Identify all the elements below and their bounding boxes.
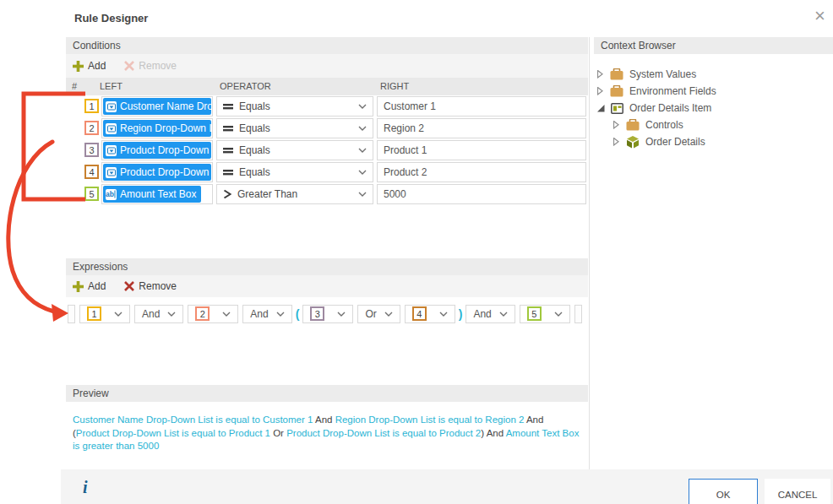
operator-label: Greater Than bbox=[237, 188, 358, 200]
equals-icon bbox=[223, 124, 233, 133]
condition-left-field[interactable]: Product Drop-Down List bbox=[101, 162, 213, 182]
dropdown-icon bbox=[106, 145, 117, 156]
condition-right-input[interactable]: Product 1 bbox=[377, 140, 586, 160]
control-chip[interactable]: Product Drop-Down List bbox=[103, 142, 211, 159]
chevron-down-icon bbox=[439, 312, 448, 317]
chevron-down-icon bbox=[358, 192, 367, 197]
control-chip-label: Amount Text Box bbox=[120, 188, 197, 200]
chevron-down-icon bbox=[499, 312, 508, 317]
control-chip[interactable]: Product Drop-Down List bbox=[103, 164, 211, 181]
preview-segment: Or bbox=[270, 428, 286, 438]
tree-item-order-details-item[interactable]: Order Details Item bbox=[594, 100, 830, 117]
chevron-down-icon bbox=[276, 312, 285, 317]
control-chip[interactable]: Region Drop-Down List bbox=[103, 120, 211, 137]
add-expression-label: Add bbox=[88, 280, 106, 292]
operator-select[interactable]: Equals bbox=[216, 162, 373, 182]
control-chip-label: Product Drop-Down List bbox=[120, 166, 211, 178]
control-chip-label: Product Drop-Down List bbox=[120, 144, 211, 156]
cube-icon bbox=[625, 136, 640, 149]
collapse-arrow-icon[interactable] bbox=[597, 105, 607, 112]
operator-select[interactable]: Equals bbox=[216, 96, 373, 117]
remove-icon bbox=[124, 281, 134, 291]
tree-item-label: System Values bbox=[629, 68, 696, 80]
conditions-table-header: # LEFT OPERATOR RIGHT bbox=[66, 78, 588, 95]
equals-icon bbox=[223, 146, 233, 154]
briefcase-icon bbox=[609, 85, 624, 97]
expression-condition-select[interactable]: 3 bbox=[302, 305, 353, 323]
chevron-down-icon bbox=[358, 104, 367, 109]
logic-operator-select[interactable]: Or bbox=[357, 305, 400, 323]
equals-icon bbox=[223, 168, 233, 176]
tree-item-order-details[interactable]: Order Details bbox=[594, 133, 830, 150]
condition-row: 4Product Drop-Down ListEqualsProduct 2 bbox=[66, 162, 588, 182]
chevron-down-icon bbox=[358, 170, 367, 175]
parenthesis: ) bbox=[459, 307, 463, 321]
condition-left-field[interactable]: Region Drop-Down List bbox=[101, 118, 213, 138]
condition-right-input[interactable]: 5000 bbox=[377, 184, 586, 204]
view-icon bbox=[609, 103, 624, 114]
expand-arrow-icon[interactable] bbox=[613, 138, 623, 146]
column-operator: OPERATOR bbox=[220, 78, 271, 95]
chevron-down-icon bbox=[222, 312, 231, 317]
expression-condition-select[interactable]: 5 bbox=[520, 305, 570, 323]
info-icon: i bbox=[83, 478, 88, 497]
logic-operator-select[interactable]: And bbox=[134, 305, 183, 323]
operator-select[interactable]: Equals bbox=[216, 118, 373, 138]
logic-operator-select[interactable]: And bbox=[466, 305, 514, 323]
add-icon bbox=[73, 281, 84, 292]
tree-item-label: Order Details Item bbox=[629, 102, 711, 114]
condition-right-input[interactable]: Region 2 bbox=[377, 118, 586, 138]
control-chip-label: Customer Name Drop-Down List bbox=[120, 100, 211, 112]
control-chip[interactable]: Customer Name Drop-Down List bbox=[103, 98, 211, 115]
preview-section-header: Preview bbox=[66, 385, 588, 402]
add-condition-button[interactable]: Add bbox=[73, 60, 106, 72]
logic-operator-label: And bbox=[473, 308, 491, 320]
control-chip[interactable]: abAmount Text Box bbox=[103, 186, 201, 203]
greater-than-icon bbox=[223, 189, 231, 199]
textbox-icon: ab bbox=[106, 189, 117, 200]
expression-condition-select[interactable]: 2 bbox=[188, 305, 238, 323]
expand-arrow-icon[interactable] bbox=[613, 121, 623, 129]
column-num: # bbox=[72, 78, 77, 95]
expression-condition-select[interactable]: 4 bbox=[405, 305, 455, 323]
logic-operator-select[interactable]: And bbox=[242, 305, 291, 323]
operator-label: Equals bbox=[239, 122, 358, 134]
remove-condition-button[interactable]: Remove bbox=[124, 60, 177, 72]
row-number-badge: 2 bbox=[84, 121, 99, 135]
close-icon[interactable]: × bbox=[814, 7, 825, 25]
tree-item-label: Controls bbox=[645, 119, 683, 131]
tree-item-controls[interactable]: Controls bbox=[594, 117, 830, 133]
column-right: RIGHT bbox=[380, 78, 409, 95]
condition-row: 3Product Drop-Down ListEqualsProduct 1 bbox=[66, 140, 588, 160]
chevron-down-icon bbox=[384, 312, 393, 317]
tree-item-environment-fields[interactable]: Environment Fields bbox=[594, 83, 830, 100]
expression-builder-row: 1And2And(3Or4)And5 bbox=[68, 304, 582, 323]
preview-segment: Region Drop-Down List is equal to Region… bbox=[335, 415, 525, 425]
chevron-down-icon bbox=[358, 126, 367, 131]
expressions-toolbar: Add Remove bbox=[66, 275, 588, 297]
operator-select[interactable]: Greater Than bbox=[216, 184, 373, 204]
expand-arrow-icon[interactable] bbox=[597, 87, 607, 95]
expressions-section-header: Expressions bbox=[66, 258, 588, 275]
expand-arrow-icon[interactable] bbox=[597, 70, 607, 79]
chevron-down-icon bbox=[114, 312, 122, 317]
expression-condition-select[interactable]: 1 bbox=[79, 305, 130, 323]
add-condition-label: Add bbox=[88, 60, 106, 72]
cancel-button[interactable]: CANCEL bbox=[765, 479, 830, 504]
operator-label: Equals bbox=[239, 166, 358, 178]
add-expression-button[interactable]: Add bbox=[73, 280, 106, 292]
tree-item-system-values[interactable]: System Values bbox=[594, 66, 830, 83]
operator-select[interactable]: Equals bbox=[216, 140, 373, 160]
condition-left-field[interactable]: Customer Name Drop-Down List bbox=[101, 96, 213, 117]
condition-left-field[interactable]: Product Drop-Down List bbox=[101, 140, 213, 160]
remove-expression-button[interactable]: Remove bbox=[124, 280, 177, 292]
ok-button[interactable]: OK bbox=[689, 479, 758, 504]
condition-right-input[interactable]: Customer 1 bbox=[377, 96, 586, 117]
logic-operator-label: And bbox=[250, 308, 268, 320]
add-icon bbox=[73, 61, 84, 72]
condition-right-input[interactable]: Product 2 bbox=[377, 162, 586, 182]
condition-left-field[interactable]: abAmount Text Box bbox=[101, 184, 213, 204]
row-number-badge: 5 bbox=[84, 187, 99, 201]
condition-number-chip: 3 bbox=[310, 306, 324, 321]
remove-condition-label: Remove bbox=[139, 60, 177, 72]
